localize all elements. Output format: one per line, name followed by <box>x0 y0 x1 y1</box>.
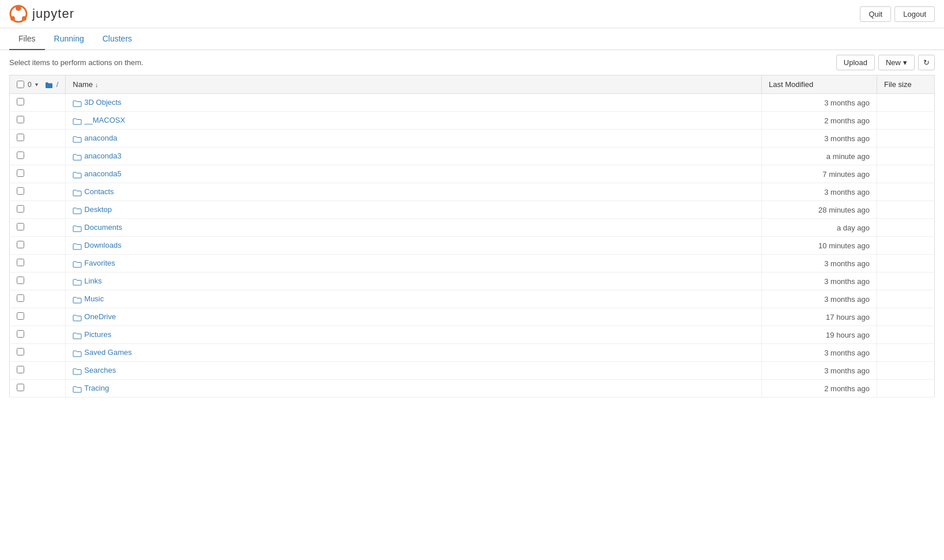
row-checkbox[interactable] <box>17 116 24 123</box>
row-checkbox-cell <box>10 380 66 398</box>
row-checkbox-cell <box>10 255 66 273</box>
new-button-label: New <box>886 58 901 67</box>
quit-button[interactable]: Quit <box>860 6 891 22</box>
row-modified-cell: 3 months ago <box>762 273 877 290</box>
select-all-checkbox[interactable] <box>17 81 24 88</box>
row-checkbox[interactable] <box>17 134 24 141</box>
row-checkbox[interactable] <box>17 259 24 266</box>
upload-button[interactable]: Upload <box>836 55 875 70</box>
row-name-cell: Desktop <box>66 201 762 219</box>
tab-files[interactable]: Files <box>9 28 45 50</box>
logout-button[interactable]: Logout <box>894 6 935 22</box>
row-modified-cell: 28 minutes ago <box>762 201 877 219</box>
row-folder-link[interactable]: 3D Objects <box>84 98 121 107</box>
row-checkbox-cell <box>10 112 66 130</box>
refresh-button[interactable]: ↻ <box>918 55 935 70</box>
row-name-cell: anaconda5 <box>66 165 762 183</box>
table-row: Favorites3 months ago <box>10 255 935 273</box>
row-folder-link[interactable]: Searches <box>84 366 116 374</box>
row-folder-link[interactable]: anaconda5 <box>84 169 121 178</box>
table-row: Contacts3 months ago <box>10 183 935 201</box>
table-row: Links3 months ago <box>10 273 935 290</box>
row-checkbox-cell <box>10 362 66 380</box>
row-name-cell: 3D Objects <box>66 94 762 112</box>
row-folder-link[interactable]: Favorites <box>84 259 115 267</box>
svg-point-3 <box>10 16 15 21</box>
folder-icon <box>73 314 82 321</box>
row-checkbox-cell <box>10 201 66 219</box>
row-checkbox-cell <box>10 273 66 290</box>
folder-icon <box>73 100 82 107</box>
row-folder-link[interactable]: __MACOSX <box>84 116 125 124</box>
new-button[interactable]: New ▾ <box>878 55 915 70</box>
th-modified: Last Modified <box>762 75 877 94</box>
folder-icon <box>73 243 82 250</box>
row-checkbox[interactable] <box>17 241 24 248</box>
row-checkbox[interactable] <box>17 169 24 177</box>
folder-icon <box>73 332 82 339</box>
row-folder-link[interactable]: Links <box>84 277 101 285</box>
folder-icon <box>73 135 82 143</box>
row-folder-link[interactable]: Saved Games <box>84 348 131 357</box>
row-size-cell <box>877 94 935 112</box>
row-checkbox[interactable] <box>17 223 24 230</box>
row-modified-cell: 7 minutes ago <box>762 165 877 183</box>
th-check: 0 ▾ / <box>10 75 66 94</box>
table-row: Desktop28 minutes ago <box>10 201 935 219</box>
row-size-cell <box>877 237 935 255</box>
row-folder-link[interactable]: Tracing <box>84 384 109 392</box>
row-modified-cell: 17 hours ago <box>762 308 877 326</box>
row-folder-link[interactable]: Contacts <box>84 187 114 196</box>
row-folder-link[interactable]: anaconda3 <box>84 152 121 160</box>
tab-running[interactable]: Running <box>45 28 93 50</box>
row-checkbox[interactable] <box>17 152 24 159</box>
table-row: Pictures19 hours ago <box>10 326 935 344</box>
row-folder-link[interactable]: Documents <box>84 223 122 232</box>
row-size-cell <box>877 183 935 201</box>
file-table: 0 ▾ / Name ↓ Last Modified File size <box>9 75 935 398</box>
row-checkbox[interactable] <box>17 312 24 320</box>
row-checkbox-cell <box>10 290 66 308</box>
row-modified-cell: 19 hours ago <box>762 326 877 344</box>
folder-icon <box>73 350 82 357</box>
row-checkbox[interactable] <box>17 366 24 373</box>
row-checkbox-cell <box>10 94 66 112</box>
folder-icon <box>73 368 82 375</box>
row-modified-cell: a minute ago <box>762 147 877 165</box>
row-folder-link[interactable]: Downloads <box>84 241 121 249</box>
row-folder-link[interactable]: anaconda <box>84 134 117 142</box>
row-checkbox[interactable] <box>17 330 24 338</box>
breadcrumb: / <box>56 80 59 89</box>
folder-icon <box>73 385 82 393</box>
folder-icon <box>73 189 82 196</box>
tab-clusters[interactable]: Clusters <box>93 28 141 50</box>
row-size-cell <box>877 165 935 183</box>
table-row: Searches3 months ago <box>10 362 935 380</box>
table-row: anaconda3 months ago <box>10 130 935 147</box>
row-folder-link[interactable]: OneDrive <box>84 312 116 321</box>
folder-icon <box>73 296 82 304</box>
header: jupyter Quit Logout <box>0 0 944 28</box>
row-checkbox-cell <box>10 165 66 183</box>
check-dropdown-icon[interactable]: ▾ <box>35 81 38 88</box>
row-size-cell <box>877 112 935 130</box>
row-size-cell <box>877 290 935 308</box>
row-modified-cell: 3 months ago <box>762 183 877 201</box>
row-checkbox[interactable] <box>17 98 24 105</box>
row-checkbox-cell <box>10 219 66 237</box>
row-checkbox-cell <box>10 130 66 147</box>
row-name-cell: Links <box>66 273 762 290</box>
row-folder-link[interactable]: Pictures <box>84 330 111 339</box>
row-checkbox[interactable] <box>17 277 24 284</box>
row-size-cell <box>877 130 935 147</box>
row-checkbox[interactable] <box>17 205 24 213</box>
table-row: anaconda3a minute ago <box>10 147 935 165</box>
table-row: Downloads10 minutes ago <box>10 237 935 255</box>
row-folder-link[interactable]: Desktop <box>84 205 112 214</box>
row-checkbox[interactable] <box>17 348 24 355</box>
file-table-body: 3D Objects3 months ago__MACOSX2 months a… <box>10 94 935 398</box>
row-folder-link[interactable]: Music <box>84 294 104 303</box>
row-checkbox[interactable] <box>17 384 24 391</box>
row-checkbox[interactable] <box>17 187 24 195</box>
row-checkbox[interactable] <box>17 294 24 302</box>
